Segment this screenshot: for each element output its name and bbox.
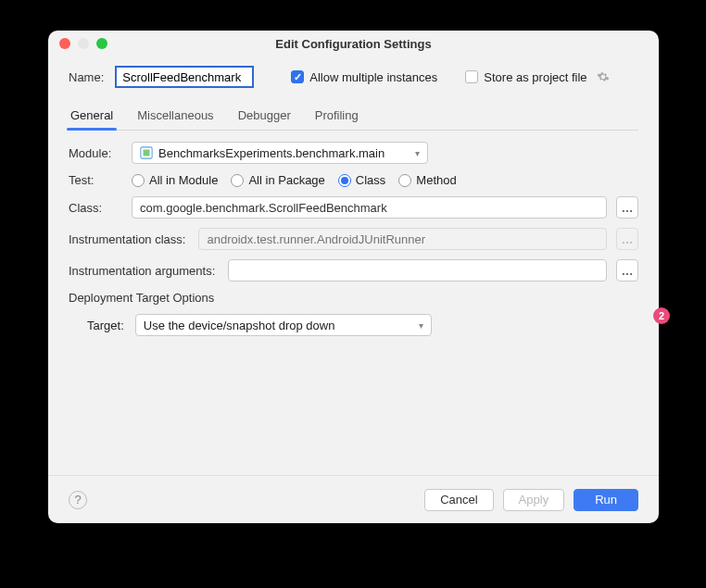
- zoom-icon[interactable]: [96, 38, 107, 49]
- gear-icon[interactable]: [597, 70, 610, 83]
- radio-icon: [231, 174, 244, 187]
- store-project-checkbox[interactable]: Store as project file: [465, 70, 609, 84]
- tab-general[interactable]: General: [69, 103, 115, 130]
- name-input[interactable]: [115, 66, 254, 88]
- target-value: Use the device/snapshot drop down: [144, 319, 335, 332]
- allow-multiple-label: Allow multiple instances: [309, 70, 437, 84]
- radio-all-in-package[interactable]: All in Package: [231, 173, 324, 187]
- tab-bar: General Miscellaneous Debugger Profiling: [69, 103, 638, 131]
- checkbox-checked-icon: [291, 70, 304, 83]
- instrumentation-class-browse-button: …: [616, 228, 638, 250]
- module-icon: [140, 146, 153, 159]
- module-select[interactable]: BenchmarksExperiments.benchmark.main ▾: [132, 142, 428, 164]
- content-area: Name: Allow multiple instances Store as …: [48, 56, 659, 475]
- radio-class[interactable]: Class: [338, 173, 386, 187]
- minimize-icon: [78, 38, 89, 49]
- notification-badge[interactable]: 2: [653, 307, 670, 324]
- svg-rect-1: [144, 150, 150, 156]
- class-label: Class:: [69, 201, 122, 215]
- instrumentation-arguments-row: Instrumentation arguments: …: [69, 259, 638, 281]
- allow-multiple-checkbox[interactable]: Allow multiple instances: [291, 70, 437, 84]
- instrumentation-arguments-label: Instrumentation arguments:: [69, 264, 215, 278]
- instrumentation-arguments-input[interactable]: [228, 259, 607, 281]
- run-button[interactable]: Run: [574, 489, 638, 511]
- deployment-target-title: Deployment Target Options: [69, 291, 638, 305]
- target-select[interactable]: Use the device/snapshot drop down ▾: [135, 314, 432, 336]
- test-radio-group: All in Module All in Package Class Metho…: [132, 173, 457, 187]
- test-label: Test:: [69, 173, 122, 187]
- radio-icon: [132, 174, 145, 187]
- chevron-down-icon: ▾: [415, 148, 420, 158]
- dialog-window: Edit Configuration Settings Name: Allow …: [48, 31, 659, 523]
- footer: ? Cancel Apply Run: [48, 475, 659, 523]
- test-row: Test: All in Module All in Package Class…: [69, 173, 638, 187]
- store-project-label: Store as project file: [484, 70, 586, 84]
- titlebar: Edit Configuration Settings: [48, 31, 659, 56]
- instrumentation-class-row: Instrumentation class: …: [69, 228, 638, 250]
- module-label: Module:: [69, 146, 122, 160]
- radio-method[interactable]: Method: [398, 173, 456, 187]
- window-controls: [59, 38, 107, 49]
- chevron-down-icon: ▾: [419, 320, 423, 331]
- window-title: Edit Configuration Settings: [275, 37, 431, 51]
- class-input[interactable]: [132, 196, 607, 219]
- name-label: Name:: [69, 70, 104, 84]
- target-label: Target:: [87, 319, 124, 332]
- checkbox-unchecked-icon: [465, 70, 478, 83]
- module-value: BenchmarksExperiments.benchmark.main: [158, 146, 385, 160]
- name-row: Name: Allow multiple instances Store as …: [69, 66, 638, 88]
- tab-debugger[interactable]: Debugger: [236, 103, 293, 130]
- help-button[interactable]: ?: [69, 491, 87, 509]
- apply-button: Apply: [503, 489, 565, 511]
- form-area: Module: BenchmarksExperiments.benchmark.…: [69, 131, 638, 336]
- radio-selected-icon: [338, 174, 351, 187]
- radio-icon: [398, 174, 411, 187]
- close-icon[interactable]: [59, 38, 70, 49]
- tab-profiling[interactable]: Profiling: [313, 103, 360, 130]
- radio-all-in-module[interactable]: All in Module: [132, 173, 218, 187]
- instrumentation-class-label: Instrumentation class:: [69, 232, 185, 246]
- class-browse-button[interactable]: …: [616, 196, 638, 219]
- cancel-button[interactable]: Cancel: [424, 489, 493, 511]
- target-row: Target: Use the device/snapshot drop dow…: [69, 314, 638, 336]
- tab-miscellaneous[interactable]: Miscellaneous: [135, 103, 215, 130]
- instrumentation-class-input: [198, 228, 607, 250]
- module-row: Module: BenchmarksExperiments.benchmark.…: [69, 142, 638, 164]
- class-row: Class: …: [69, 196, 638, 219]
- instrumentation-arguments-browse-button[interactable]: …: [616, 259, 638, 281]
